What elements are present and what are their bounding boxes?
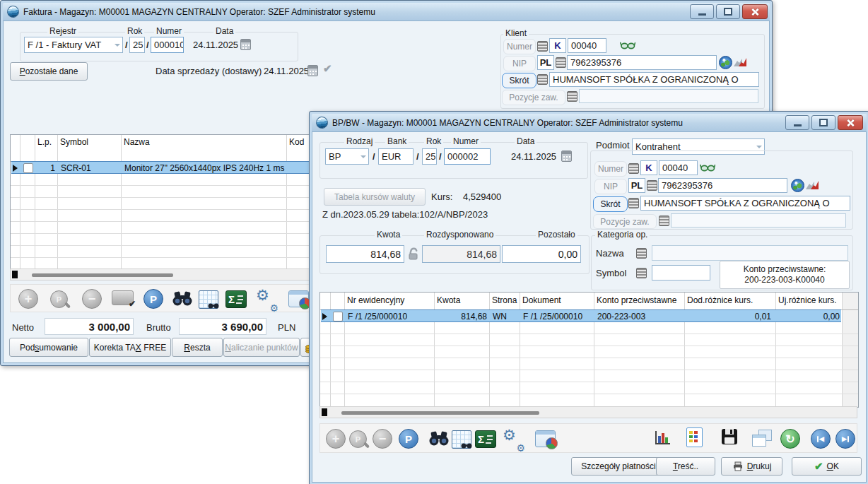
restore-button[interactable]: [716, 4, 740, 19]
kontrahent-nip-label: NIP: [594, 179, 627, 194]
windows-button[interactable]: [752, 430, 772, 447]
separator: /: [146, 40, 149, 50]
remove-button[interactable]: −: [82, 289, 102, 309]
faktura-titlebar[interactable]: Faktura - Magazyn: M00001 MAGAZYN CENTRA…: [3, 3, 770, 20]
bar-chart-button[interactable]: [653, 430, 671, 447]
minimize-button[interactable]: [785, 115, 809, 130]
scrollbar-thumb[interactable]: [341, 411, 539, 415]
scrollbar-block: [12, 271, 18, 278]
skrot-button[interactable]: Skrót: [593, 196, 628, 212]
kontrahent-numer-field[interactable]: 00040: [659, 160, 698, 175]
preview-search-button[interactable]: P: [349, 430, 367, 448]
chart-icon[interactable]: [733, 57, 747, 67]
globe-icon[interactable]: [791, 179, 804, 192]
numer-field[interactable]: 000010: [151, 37, 184, 53]
confirm-check-icon[interactable]: ✔: [323, 62, 332, 75]
tresc-button[interactable]: Treść..: [656, 457, 715, 476]
pozycje-zaw-field[interactable]: [671, 213, 846, 228]
lookup-icon[interactable]: [659, 216, 669, 226]
settings-gears-button[interactable]: ⚙ ⚙: [503, 430, 525, 451]
print-confirm-button[interactable]: ✔: [112, 290, 134, 305]
skrot-button[interactable]: Skrót: [502, 73, 536, 88]
add-button[interactable]: +: [326, 429, 346, 449]
add-button[interactable]: +: [18, 289, 38, 309]
tabela-kursow-button[interactable]: Tabela kursów waluty: [324, 188, 426, 206]
klient-numer-field[interactable]: 00040: [568, 38, 606, 53]
table-row[interactable]: F /1 /25/000010 814,68 WN F /1 /25/00001…: [321, 309, 841, 322]
rok-field[interactable]: 25: [422, 148, 437, 165]
naliczanie-punktow-button[interactable]: Naliczanie punktów: [223, 338, 300, 357]
globe-icon[interactable]: [719, 56, 732, 69]
records-table[interactable]: Nr ewidencyjny Kwota Strona Dokument Kon…: [319, 292, 859, 408]
lookup-icon[interactable]: [537, 41, 548, 52]
calendar-icon[interactable]: [561, 150, 572, 162]
window-chart-button[interactable]: [288, 290, 309, 307]
minimize-button[interactable]: [690, 4, 714, 19]
sum-button[interactable]: Σ: [475, 430, 496, 448]
lookup-icon[interactable]: [636, 268, 647, 278]
klient-nip-field[interactable]: 7962395376: [567, 55, 717, 70]
horizontal-scrollbar[interactable]: [319, 406, 857, 418]
window-chart-button[interactable]: [535, 430, 556, 447]
numer-label: Numer: [154, 27, 184, 36]
remove-button[interactable]: −: [373, 429, 392, 449]
kontrahent-skrot-field[interactable]: HUMANSOFT SPÓŁKA Z OGRANICZONĄ O: [640, 196, 850, 211]
numer-field[interactable]: 000002: [444, 148, 491, 165]
table-search-button[interactable]: [199, 290, 218, 309]
lookup-icon[interactable]: [647, 180, 657, 191]
close-button[interactable]: [742, 4, 768, 19]
lookup-icon[interactable]: [567, 91, 577, 102]
pozycje-zaw-field[interactable]: [579, 89, 758, 103]
glasses-icon[interactable]: [700, 163, 715, 172]
calendar-icon[interactable]: [307, 65, 318, 76]
chart-icon[interactable]: [805, 179, 819, 190]
table-search-button[interactable]: [452, 430, 471, 449]
last-record-button[interactable]: ▶: [835, 429, 855, 449]
settings-gears-button[interactable]: ⚙ ⚙: [256, 290, 278, 311]
podsumowanie-button[interactable]: Podsumowanie: [9, 338, 88, 357]
klient-skrot-field[interactable]: HUMANSOFT SPÓŁKA Z OGRANICZONĄ O: [549, 72, 759, 87]
nip-country-field[interactable]: PL: [537, 55, 554, 70]
nip-country-field[interactable]: PL: [628, 178, 645, 193]
lookup-icon[interactable]: [537, 74, 548, 85]
payment-button[interactable]: P: [399, 429, 418, 449]
binoculars-button[interactable]: [172, 291, 193, 307]
szczegoly-platnosci-button[interactable]: Szczegóły płatności: [571, 457, 666, 476]
row-checkbox[interactable]: [333, 312, 343, 321]
bank-field[interactable]: EUR: [378, 148, 414, 165]
calendar-icon[interactable]: [240, 39, 251, 50]
sum-button[interactable]: Σ: [225, 290, 247, 308]
first-record-button[interactable]: ◀: [811, 429, 831, 449]
korekta-taxfree-button[interactable]: Korekta TAX FREE: [89, 338, 171, 357]
rodzaj-select[interactable]: BP: [325, 148, 369, 165]
kategoria-symbol-field[interactable]: [652, 265, 710, 281]
kwota-field[interactable]: 814,68: [326, 245, 404, 263]
row-checkbox[interactable]: [23, 163, 33, 173]
binoculars-button[interactable]: [428, 431, 450, 447]
rok-field[interactable]: 25: [129, 37, 145, 53]
spreadsheet-button[interactable]: [686, 427, 703, 447]
close-button[interactable]: [838, 115, 863, 130]
lookup-icon[interactable]: [556, 57, 566, 68]
pozostale-dane-button[interactable]: Pozostałe dane: [10, 62, 88, 81]
lookup-icon[interactable]: [628, 163, 639, 174]
unlock-icon[interactable]: [407, 247, 420, 261]
rejestr-select[interactable]: F /1 - Faktury VAT: [24, 37, 123, 53]
lookup-icon[interactable]: [636, 248, 647, 259]
preview-search-button[interactable]: P: [50, 290, 68, 308]
restore-button[interactable]: [811, 115, 835, 130]
kontrahent-nip-field[interactable]: 7962395376: [658, 178, 787, 193]
klient-type-field[interactable]: K: [549, 38, 566, 53]
drukuj-button[interactable]: Drukuj: [721, 457, 782, 476]
kontrahent-type-field[interactable]: K: [640, 160, 657, 175]
reszta-button[interactable]: Reszta: [172, 338, 223, 357]
lookup-icon[interactable]: [628, 198, 639, 208]
ok-button[interactable]: ✔ OK: [792, 457, 862, 476]
save-button[interactable]: [720, 427, 739, 446]
bpbw-titlebar[interactable]: BP/BW - Magazyn: M00001 MAGAZYN CENTRALN…: [312, 114, 867, 131]
scrollbar-thumb[interactable]: [32, 273, 173, 277]
payment-button[interactable]: P: [143, 289, 163, 309]
kategoria-nazwa-field[interactable]: [652, 245, 848, 261]
refresh-button[interactable]: ↻: [780, 429, 800, 449]
glasses-icon[interactable]: [620, 41, 635, 49]
